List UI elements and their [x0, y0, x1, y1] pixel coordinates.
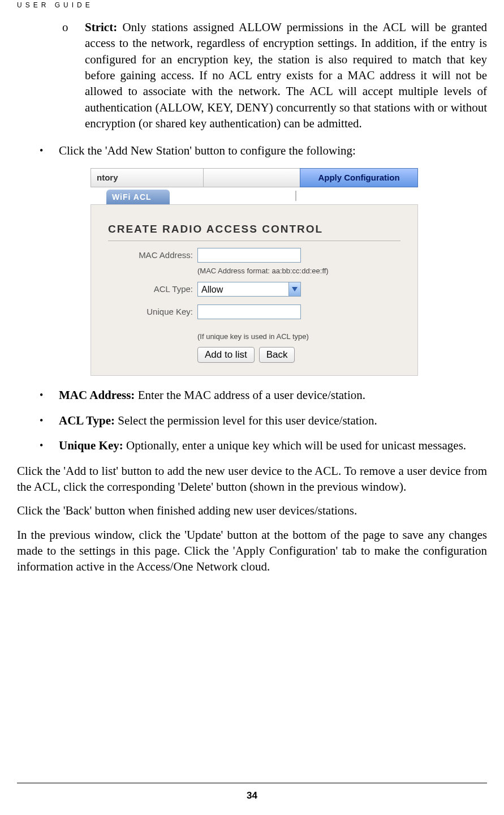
acl-type-select[interactable]: Allow: [197, 282, 301, 297]
paragraph-add-to-list: Click the 'Add to list' button to add th…: [17, 463, 487, 495]
acl-type-value: Allow: [198, 282, 288, 296]
embedded-screenshot: ntory Apply Configuration WiFi ACL CREAT…: [91, 168, 418, 376]
acl-type-def-label: ACL Type:: [59, 414, 115, 427]
list-marker: o: [62, 19, 85, 131]
mac-address-label: MAC Address:: [108, 250, 197, 261]
bullet-marker: •: [40, 143, 59, 158]
unique-key-label: Unique Key:: [108, 306, 197, 318]
page-number: 34: [0, 790, 504, 801]
intro-bullet-text: Click the 'Add New Station' button to co…: [59, 143, 487, 158]
inventory-tab-fragment[interactable]: ntory: [91, 168, 204, 187]
unique-key-def-label: Unique Key:: [59, 439, 123, 452]
unique-key-def-text: Optionally, enter a unique key which wil…: [123, 439, 466, 452]
acl-type-def-text: Select the permission level for this use…: [115, 414, 377, 427]
toolbar-spacer: [204, 168, 300, 187]
bullet-marker: •: [40, 413, 59, 428]
mac-format-hint: (MAC Address format: aa:bb:cc:dd:ee:ff): [197, 266, 400, 276]
bullet-marker: •: [40, 437, 59, 453]
paragraph-update: In the previous window, click the 'Updat…: [17, 527, 487, 575]
mac-address-def-text: Enter the MAC address of a user device/s…: [135, 388, 365, 402]
panel-divider: [108, 241, 400, 241]
list-item: • Unique Key: Optionally, enter a unique…: [40, 437, 487, 453]
list-item: • ACL Type: Select the permission level …: [40, 413, 487, 428]
list-item: • Click the 'Add New Station' button to …: [40, 143, 487, 158]
list-item-strict: o Strict: Only stations assigned ALLOW p…: [62, 19, 487, 131]
acl-type-label: ACL Type:: [108, 284, 197, 295]
strict-label: Strict:: [85, 20, 117, 34]
strict-text: Only stations assigned ALLOW permissions…: [85, 20, 487, 130]
apply-configuration-tab[interactable]: Apply Configuration: [300, 168, 418, 187]
mac-address-def-label: MAC Address:: [59, 388, 135, 402]
unique-key-hint: (If unique key is used in ACL type): [197, 332, 400, 342]
add-to-list-button[interactable]: Add to list: [197, 347, 255, 363]
mac-address-input[interactable]: [197, 248, 301, 263]
back-button[interactable]: Back: [259, 347, 295, 363]
tab-separator: [295, 191, 296, 201]
running-header: USER GUIDE: [17, 0, 487, 14]
footer-rule: [17, 783, 487, 783]
bullet-marker: •: [40, 387, 59, 403]
wifi-acl-tab[interactable]: WiFi ACL: [106, 190, 170, 204]
paragraph-back: Click the 'Back' button when finished ad…: [17, 503, 487, 518]
svg-marker-0: [292, 287, 298, 291]
chevron-down-icon[interactable]: [288, 282, 300, 296]
list-item: • MAC Address: Enter the MAC address of …: [40, 387, 487, 403]
unique-key-input[interactable]: [197, 304, 301, 319]
panel-title: CREATE RADIO ACCESS CONTROL: [108, 222, 400, 237]
